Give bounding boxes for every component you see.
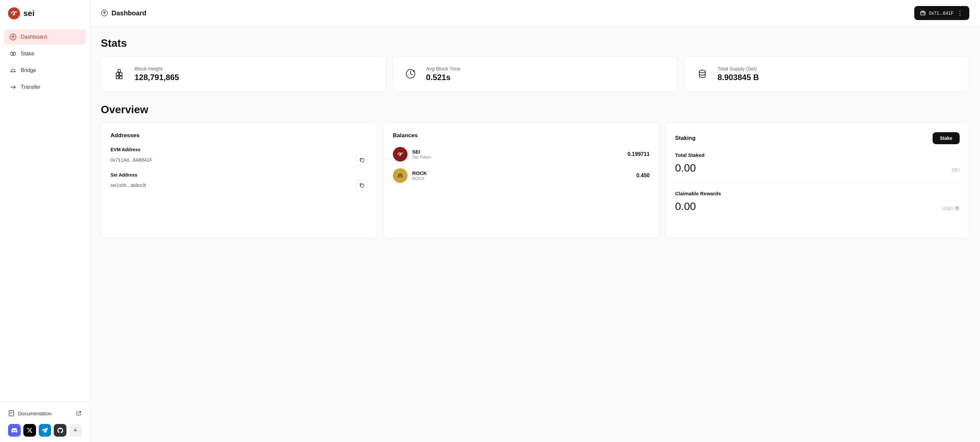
sei-address-value: sei1shh...ak8ur3t bbox=[110, 183, 146, 188]
balances-card-title: Balances bbox=[393, 132, 650, 139]
svg-point-3 bbox=[12, 52, 16, 56]
copy-icon bbox=[360, 157, 364, 162]
svg-point-14 bbox=[699, 70, 705, 73]
avg-block-time-value: 0.521s bbox=[426, 73, 460, 82]
svg-rect-16 bbox=[361, 184, 364, 187]
sidebar-item-transfer[interactable]: Transfer bbox=[4, 79, 86, 95]
sei-token-icon bbox=[393, 147, 407, 162]
social-icons-row bbox=[8, 424, 82, 437]
wallet-more-icon: ⋮ bbox=[957, 10, 963, 17]
twitter-button[interactable] bbox=[23, 424, 36, 437]
evm-address-value: 0x711Ad...6AB641F bbox=[110, 157, 152, 162]
avg-block-time-icon bbox=[402, 65, 419, 83]
total-supply-icon bbox=[694, 65, 711, 83]
documentation-link[interactable]: Documentation bbox=[8, 407, 82, 419]
overview-cards-row: Addresses EVM Address 0x711Ad...6AB641F bbox=[101, 122, 969, 238]
sei-logo-icon bbox=[8, 7, 20, 19]
topbar-title-area: Dashboard bbox=[101, 10, 146, 17]
balances-card: Balances SEI Sei Token 0.199711 bbox=[383, 122, 660, 238]
total-staked-currency: SEI bbox=[951, 167, 959, 173]
rock-token-icon bbox=[393, 168, 407, 183]
block-height-card: Block Height 128,791,865 bbox=[101, 56, 386, 91]
sei-address-label: Sei Address bbox=[110, 172, 368, 178]
sidebar: sei Dashboard Stake bbox=[0, 0, 90, 442]
sei-token-amount: 0.199711 bbox=[627, 151, 650, 157]
dashboard-icon bbox=[10, 33, 17, 41]
svg-rect-8 bbox=[116, 73, 119, 75]
discord-button[interactable] bbox=[8, 424, 21, 437]
bridge-icon bbox=[10, 67, 17, 74]
evm-address-label: EVM Address bbox=[110, 147, 368, 152]
sei-balance-item: SEI Sei Token 0.199711 bbox=[393, 147, 650, 162]
svg-rect-6 bbox=[921, 12, 925, 15]
total-supply-label: Total Supply (Sei) bbox=[718, 66, 759, 72]
claimable-currency: uSEI ? bbox=[942, 205, 959, 211]
block-height-info: Block Height 128,791,865 bbox=[135, 66, 179, 82]
theme-toggle-button[interactable] bbox=[69, 424, 82, 437]
stats-section-title: Stats bbox=[101, 37, 969, 49]
logo-area: sei bbox=[0, 0, 90, 27]
app-name: sei bbox=[23, 9, 34, 18]
block-height-value: 128,791,865 bbox=[135, 73, 179, 82]
block-height-label: Block Height bbox=[135, 66, 179, 72]
avg-block-time-info: Avg Block Time 0.521s bbox=[426, 66, 460, 82]
avg-block-time-label: Avg Block Time bbox=[426, 66, 460, 72]
svg-rect-15 bbox=[361, 159, 364, 162]
staking-card: Staking Stake Total Staked 0.00 SEI Clai… bbox=[665, 122, 969, 238]
block-height-icon bbox=[110, 65, 128, 83]
svg-rect-4 bbox=[9, 411, 14, 416]
documentation-label: Documentation bbox=[18, 411, 52, 416]
sei-address-item: Sei Address sei1shh...ak8ur3t bbox=[110, 172, 368, 191]
total-staked-label: Total Staked bbox=[675, 152, 959, 158]
copy-icon-2 bbox=[360, 183, 364, 188]
stake-icon bbox=[10, 50, 17, 57]
sidebar-item-bridge[interactable]: Bridge bbox=[4, 63, 86, 78]
total-supply-value: 8.903845 B bbox=[718, 73, 759, 82]
svg-rect-12 bbox=[119, 76, 122, 79]
avg-block-time-card: Avg Block Time 0.521s bbox=[392, 56, 678, 91]
claimable-amount: 0.00 bbox=[675, 200, 695, 213]
stake-label: Stake bbox=[21, 51, 34, 57]
transfer-label: Transfer bbox=[21, 84, 40, 90]
wallet-button[interactable]: 0x71...641F ⋮ bbox=[914, 6, 969, 20]
total-staked-amount: 0.00 bbox=[675, 162, 695, 174]
svg-point-20 bbox=[399, 175, 401, 176]
staking-card-title: Staking bbox=[675, 135, 695, 142]
docs-icon bbox=[8, 410, 15, 417]
sei-address-row: sei1shh...ak8ur3t bbox=[110, 180, 368, 191]
overview-section-title: Overview bbox=[101, 103, 969, 116]
total-supply-info: Total Supply (Sei) 8.903845 B bbox=[718, 66, 759, 82]
sidebar-item-stake[interactable]: Stake bbox=[4, 46, 86, 61]
page-content: Stats Block Height 128,791,865 bbox=[90, 26, 980, 249]
telegram-button[interactable] bbox=[39, 424, 51, 437]
stake-action-button[interactable]: Stake bbox=[932, 132, 959, 144]
sidebar-item-dashboard[interactable]: Dashboard bbox=[4, 29, 86, 45]
copy-sei-address-button[interactable] bbox=[356, 180, 368, 191]
rock-token-subtitle: ROCK bbox=[412, 176, 632, 181]
evm-address-item: EVM Address 0x711Ad...6AB641F bbox=[110, 147, 368, 165]
addresses-card: Addresses EVM Address 0x711Ad...6AB641F bbox=[101, 122, 377, 238]
svg-rect-7 bbox=[924, 13, 924, 14]
claimable-amount-row: 0.00 uSEI ? bbox=[675, 200, 959, 213]
stats-cards-row: Block Height 128,791,865 Avg Block Time … bbox=[101, 56, 969, 91]
svg-rect-11 bbox=[116, 76, 119, 79]
github-button[interactable] bbox=[54, 424, 67, 437]
rock-token-name: ROCK bbox=[412, 170, 632, 176]
topbar: Dashboard 0x71...641F ⋮ bbox=[90, 0, 980, 26]
addresses-card-title: Addresses bbox=[110, 132, 368, 139]
topbar-dashboard-icon bbox=[101, 10, 108, 17]
main-content: Dashboard 0x71...641F ⋮ Stats bbox=[90, 0, 980, 442]
claimable-label: Claimable Rewards bbox=[675, 191, 959, 196]
info-icon[interactable]: ? bbox=[954, 206, 959, 211]
total-supply-card: Total Supply (Sei) 8.903845 B bbox=[684, 56, 969, 91]
bridge-label: Bridge bbox=[21, 67, 36, 73]
topbar-page-title: Dashboard bbox=[111, 10, 146, 17]
external-link-icon bbox=[76, 410, 82, 416]
total-staked-section: Total Staked 0.00 SEI bbox=[675, 152, 959, 183]
svg-rect-10 bbox=[118, 70, 121, 72]
rock-balance-item: ROCK ROCK 0.450 bbox=[393, 168, 650, 183]
total-staked-amount-row: 0.00 SEI bbox=[675, 162, 959, 174]
copy-evm-address-button[interactable] bbox=[356, 154, 368, 165]
rock-token-info: ROCK ROCK bbox=[412, 170, 632, 181]
wallet-address: 0x71...641F bbox=[929, 10, 954, 16]
